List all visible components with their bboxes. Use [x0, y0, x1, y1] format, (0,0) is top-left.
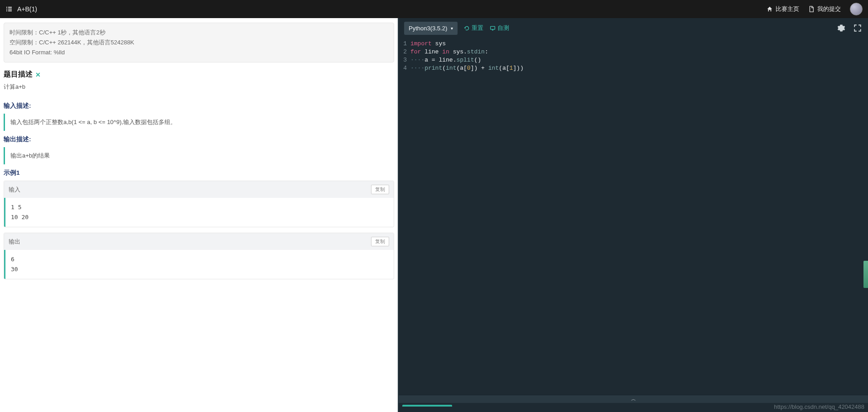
nav-my-submissions[interactable]: 我的提交 — [808, 5, 841, 13]
time-limit: 时间限制：C/C++ 1秒，其他语言2秒 — [10, 28, 388, 38]
editor-toolbar: Python3(3.5.2) ▾ 重置 自测 — [399, 18, 868, 38]
nav-contest-home[interactable]: 比赛主页 — [767, 5, 799, 13]
sample-input-text: 1 5 10 20 — [4, 198, 394, 227]
description-heading: 题目描述 ✕ — [4, 70, 394, 79]
svg-rect-3 — [8, 9, 12, 10]
svg-rect-0 — [6, 7, 7, 8]
resize-handle[interactable]: ︿ — [399, 395, 868, 403]
example1-heading: 示例1 — [4, 169, 394, 177]
settings-button[interactable] — [836, 23, 846, 33]
editor-panel: Python3(3.5.2) ▾ 重置 自测 — [399, 18, 868, 412]
code-line[interactable]: 1import sys — [399, 40, 868, 48]
reset-button[interactable]: 重置 — [464, 24, 483, 32]
fullscreen-button[interactable] — [853, 23, 863, 33]
code-content[interactable]: import sys — [410, 40, 446, 48]
chevron-up-icon: ︿ — [631, 396, 636, 402]
description-text: 计算a+b — [4, 83, 394, 91]
line-number: 3 — [399, 56, 410, 64]
svg-rect-5 — [8, 10, 12, 11]
bottom-strip — [399, 403, 868, 412]
line-number: 4 — [399, 64, 410, 72]
language-select-label: Python3(3.5.2) — [409, 25, 447, 32]
sample-input-label: 输入 — [9, 186, 20, 194]
nav-contest-home-label: 比赛主页 — [776, 5, 799, 13]
copy-output-button[interactable]: 复制 — [371, 237, 389, 246]
svg-rect-4 — [6, 10, 7, 11]
line-number: 1 — [399, 40, 410, 48]
input-desc-text: 输入包括两个正整数a,b(1 <= a, b <= 10^9),输入数据包括多组… — [4, 114, 394, 131]
code-content[interactable]: ····print(int(a[0]) + int(a[1])) — [410, 64, 524, 72]
io-format: 64bit IO Format: %lld — [10, 48, 388, 57]
sample-output-box: 输出 复制 6 30 — [4, 233, 394, 279]
sample-output-label: 输出 — [9, 238, 20, 246]
selftest-button[interactable]: 自测 — [490, 24, 509, 32]
limits-box: 时间限制：C/C++ 1秒，其他语言2秒 空间限制：C/C++ 262144K，… — [4, 23, 394, 62]
top-header: A+B(1) 比赛主页 我的提交 — [0, 0, 868, 18]
code-line[interactable]: 4····print(int(a[0]) + int(a[1])) — [399, 64, 868, 72]
home-icon — [767, 6, 773, 12]
problem-panel: 时间限制：C/C++ 1秒，其他语言2秒 空间限制：C/C++ 262144K，… — [0, 18, 399, 412]
svg-rect-1 — [8, 7, 12, 8]
submit-button[interactable] — [402, 405, 452, 407]
document-icon — [808, 6, 815, 12]
copy-input-button[interactable]: 复制 — [371, 185, 389, 194]
refresh-icon — [464, 25, 470, 31]
memory-limit: 空间限制：C/C++ 262144K，其他语言524288K — [10, 38, 388, 48]
code-content[interactable]: for line in sys.stdin: — [410, 48, 488, 56]
code-line[interactable]: 3····a = line.split() — [399, 56, 868, 64]
output-desc-heading: 输出描述: — [4, 135, 394, 144]
output-desc-text: 输出a+b的结果 — [4, 147, 394, 164]
sample-input-box: 输入 复制 1 5 10 20 — [4, 181, 394, 227]
reset-label: 重置 — [472, 24, 483, 32]
sample-output-text: 6 30 — [4, 250, 394, 279]
description-heading-label: 题目描述 — [4, 70, 33, 79]
svg-rect-2 — [6, 9, 7, 10]
chevron-down-icon: ▾ — [451, 26, 453, 31]
input-desc-heading: 输入描述: — [4, 102, 394, 110]
code-content[interactable]: ····a = line.split() — [410, 56, 481, 64]
expand-icon[interactable]: ✕ — [35, 71, 41, 78]
selftest-label: 自测 — [497, 24, 509, 32]
svg-rect-6 — [491, 26, 495, 29]
code-line[interactable]: 2for line in sys.stdin: — [399, 48, 868, 56]
avatar[interactable] — [850, 3, 863, 15]
problem-title: A+B(1) — [17, 5, 37, 13]
nav-my-submissions-label: 我的提交 — [817, 5, 841, 13]
list-icon[interactable] — [5, 5, 13, 13]
line-number: 2 — [399, 48, 410, 56]
code-editor[interactable]: 1import sys2for line in sys.stdin:3····a… — [399, 38, 868, 395]
monitor-icon — [490, 25, 496, 31]
language-select[interactable]: Python3(3.5.2) ▾ — [404, 22, 458, 35]
side-tab[interactable] — [863, 261, 868, 288]
